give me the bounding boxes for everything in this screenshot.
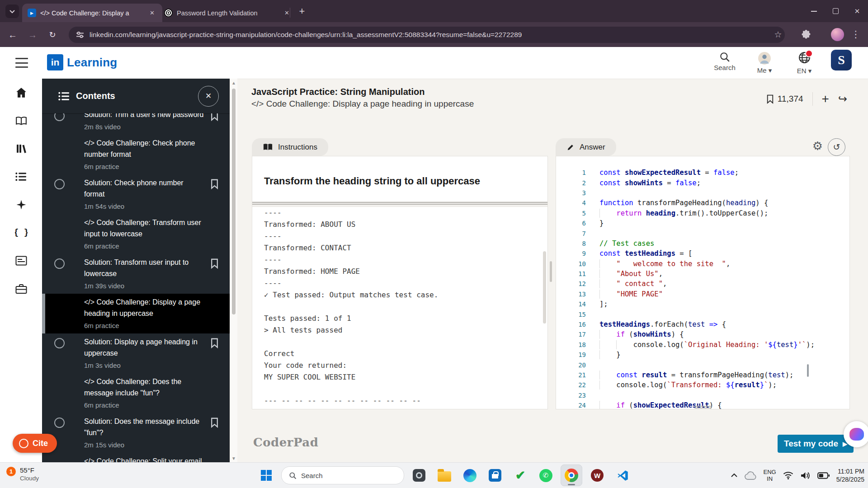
code-line[interactable]: 10 " welcome to the site ",	[556, 259, 848, 269]
rail-item-briefcase[interactable]	[0, 275, 42, 303]
code-line[interactable]: 8// Test cases	[556, 239, 848, 249]
contents-item[interactable]: </> Code Challenge: Transform user input…	[42, 214, 230, 254]
bookmark-icon[interactable]	[210, 113, 219, 121]
drag-handle-icon[interactable]	[252, 202, 547, 205]
reload-button[interactable]: ↻	[45, 28, 60, 42]
code-lines[interactable]: 1const showExpectedResult = false;2const…	[556, 168, 848, 409]
taskbar-app-edge[interactable]	[459, 465, 480, 486]
editor-settings-gear-icon[interactable]: ⚙	[812, 140, 823, 152]
assistant-badge[interactable]	[844, 421, 868, 447]
reset-code-button[interactable]: ↺	[828, 138, 845, 156]
address-bar[interactable]: linkedin.com/learning/javascript-practic…	[69, 27, 785, 43]
contents-item[interactable]: </> Code Challenge: Split your email lis…	[42, 453, 230, 463]
taskbar-app-vscode[interactable]	[612, 465, 633, 486]
tray-chevron-up[interactable]	[731, 473, 738, 478]
url-text[interactable]: linkedin.com/learning/javascript-practic…	[90, 31, 522, 39]
tray-cloud[interactable]	[745, 471, 757, 480]
code-line[interactable]: 9const testHeadings = [	[556, 249, 848, 258]
rail-item-list[interactable]	[0, 163, 42, 191]
editor-scrollbar-thumb[interactable]	[807, 364, 809, 377]
bookmark-star-icon[interactable]: ☆	[771, 28, 785, 41]
contents-item[interactable]: Solution: Trim a user's new password2m 8…	[42, 113, 230, 135]
bookmark-icon[interactable]	[210, 418, 219, 428]
code-line[interactable]: 1const showExpectedResult = false;	[556, 168, 848, 178]
taskbar-app-file-explorer[interactable]	[434, 465, 455, 486]
code-line[interactable]: 17 if (showHints) {	[556, 329, 848, 339]
browser-menu-kebab-icon[interactable]: ⋮	[849, 28, 863, 41]
instructions-scrollbar-thumb[interactable]	[543, 251, 546, 324]
tab-close-icon[interactable]: ✕	[147, 9, 157, 17]
rail-item-compass-book[interactable]	[0, 107, 42, 135]
scrollbar-thumb[interactable]	[232, 89, 236, 314]
contents-item[interactable]: Solution: Check phone number format1m 54…	[42, 174, 230, 214]
code-editor[interactable]: 1const showExpectedResult = false;2const…	[556, 156, 850, 409]
contents-item[interactable]: </> Code Challenge: Check phone number f…	[42, 135, 230, 174]
code-line[interactable]: 20	[556, 360, 848, 370]
close-button[interactable]: ✕	[846, 0, 868, 22]
bookmark-icon[interactable]	[210, 258, 219, 269]
extensions-puzzle-icon[interactable]	[799, 28, 813, 41]
rail-item-card[interactable]	[0, 247, 42, 275]
code-line[interactable]: 23	[556, 390, 848, 400]
rail-item-code-braces[interactable]: { }	[0, 219, 42, 247]
test-output-console[interactable]: ----Transformed: ABOUT US----Transformed…	[264, 207, 542, 407]
browser-tab-inactive[interactable]: Password Length Validation ✕	[159, 4, 297, 22]
code-line[interactable]: 15	[556, 309, 848, 319]
panel-divider[interactable]	[252, 202, 547, 207]
taskbar-app-wordweb[interactable]: W	[587, 465, 608, 486]
drag-handle-icon[interactable]	[694, 405, 712, 408]
browser-profile-avatar[interactable]	[831, 28, 844, 41]
taskbar-app-green-check[interactable]: ✔	[510, 465, 531, 486]
contents-close-button[interactable]: ✕	[198, 86, 219, 107]
code-line[interactable]: 11 "About Us",	[556, 269, 848, 279]
hamburger-menu-button[interactable]	[15, 58, 28, 68]
tray-volume[interactable]	[800, 471, 811, 480]
tab-instructions[interactable]: Instructions	[252, 138, 328, 156]
code-line[interactable]: 6}	[556, 218, 848, 228]
contents-item[interactable]: Solution: Does the message include "fun"…	[42, 413, 230, 453]
rail-item-sparkle[interactable]	[0, 191, 42, 219]
header-language-menu[interactable]: EN ▾	[791, 49, 817, 75]
linkedin-learning-logo[interactable]: in Learning	[47, 54, 117, 70]
scroll-up-icon[interactable]: ▲	[231, 80, 236, 85]
new-tab-button[interactable]: +	[296, 5, 308, 18]
tab-search-button[interactable]	[5, 5, 19, 18]
bookmark-icon[interactable]	[210, 338, 219, 348]
contents-item[interactable]: Solution: Transform user input to lowerc…	[42, 254, 230, 294]
clock[interactable]: 11:01 PM5/28/2025	[836, 467, 864, 483]
tab-answer[interactable]: Answer	[556, 138, 616, 156]
header-search-button[interactable]: Search	[712, 49, 738, 71]
start-button[interactable]	[256, 465, 277, 486]
maximize-button[interactable]	[825, 0, 846, 22]
code-line[interactable]: 19 }	[556, 350, 848, 360]
rail-item-library[interactable]	[0, 135, 42, 163]
rail-item-home[interactable]	[0, 79, 42, 107]
code-line[interactable]: 7	[556, 228, 848, 238]
code-line[interactable]: 2const showHints = false;	[556, 178, 848, 188]
taskbar-search[interactable]: Search	[281, 466, 404, 484]
code-line[interactable]: 12 " contact ",	[556, 279, 848, 289]
panel-resize-handle[interactable]	[550, 261, 552, 282]
code-line[interactable]: 13 "HOME PAGE"	[556, 289, 848, 299]
code-line[interactable]: 21 const result = transformPageHeading(t…	[556, 370, 848, 380]
tray-wifi[interactable]	[783, 471, 793, 479]
contents-item[interactable]: </> Code Challenge: Display a page headi…	[42, 294, 230, 333]
contents-scrollbar[interactable]: ▲ ▼	[230, 79, 237, 463]
header-me-menu[interactable]: Me ▾	[751, 49, 778, 75]
code-line[interactable]: 3	[556, 188, 848, 198]
taskbar-app-store[interactable]	[485, 465, 505, 486]
add-button[interactable]: +	[822, 93, 829, 105]
browser-tab-active[interactable]: ▶ </> Code Challenge: Display a ✕	[22, 4, 162, 22]
code-line[interactable]: 16testHeadings.forEach(test => {	[556, 319, 848, 329]
weather-widget[interactable]: 1 55°F Cloudy	[6, 466, 39, 482]
site-settings-icon[interactable]	[76, 31, 84, 39]
tray-battery[interactable]	[817, 472, 830, 479]
taskbar-app-whatsapp[interactable]: ✆	[535, 465, 556, 486]
contents-item[interactable]: </> Code Challenge: Does the message inc…	[42, 373, 230, 413]
back-button[interactable]: ←	[5, 28, 20, 42]
forward-button[interactable]: →	[25, 28, 40, 42]
code-line[interactable]: 4function transformPageHeading(heading) …	[556, 198, 848, 208]
code-line[interactable]: 5 return heading.trim().toUpperCase();	[556, 208, 848, 218]
test-my-code-button[interactable]: Test my code ▶	[778, 435, 854, 453]
taskbar-app-chrome[interactable]	[561, 465, 582, 486]
